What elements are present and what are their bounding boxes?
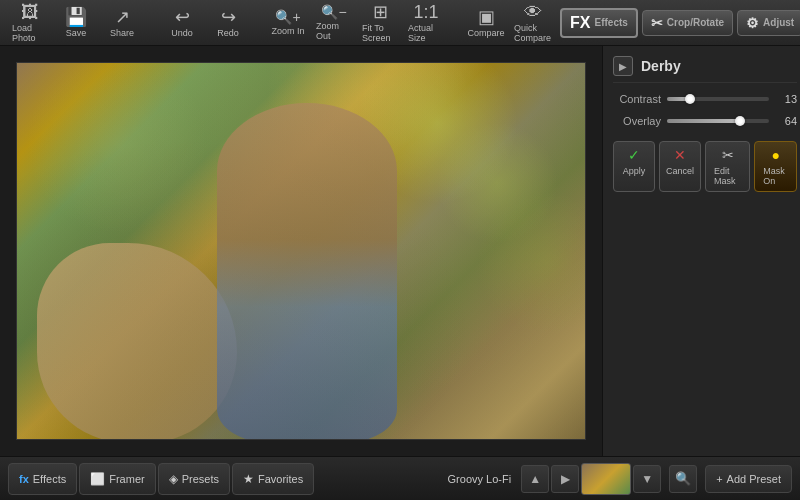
photo-frame — [16, 62, 586, 440]
zoom-in-icon: 🔍+ — [275, 10, 300, 24]
photo-area — [0, 46, 602, 456]
redo-icon: ↪ — [221, 8, 236, 26]
contrast-label: Contrast — [613, 93, 661, 105]
cancel-icon: ✕ — [674, 147, 686, 163]
adjust-icon: ⚙ — [746, 15, 759, 31]
favorites-button[interactable]: ★ Favorites — [232, 463, 314, 495]
fx-text: FX — [570, 14, 590, 32]
contrast-thumb[interactable] — [685, 94, 695, 104]
compare-icon: ▣ — [478, 8, 495, 26]
overlay-value: 64 — [775, 115, 797, 127]
quick-compare-icon: 👁 — [524, 3, 542, 21]
action-buttons: ✓ Apply ✕ Cancel ✂ Edit Mask ● Mask On — [613, 141, 797, 192]
effects-button[interactable]: fx Effects — [8, 463, 77, 495]
compare-tools: ▣ Compare 👁 Quick Compare — [464, 3, 556, 43]
apply-icon: ✓ — [628, 147, 640, 163]
zoom-tools: 🔍+ Zoom In 🔍− Zoom Out ⊞ Fit To Screen 1… — [266, 3, 448, 43]
zoom-out-button[interactable]: 🔍− Zoom Out — [312, 3, 356, 43]
effects-icon: fx — [19, 473, 29, 485]
cancel-button[interactable]: ✕ Cancel — [659, 141, 701, 192]
play-button[interactable]: ▶ — [613, 56, 633, 76]
share-label: Share — [110, 28, 134, 38]
share-icon: ↗ — [115, 8, 130, 26]
edit-mask-label: Edit Mask — [714, 166, 741, 186]
fx-sub-label: Effects — [594, 17, 627, 28]
framer-label: Framer — [109, 473, 144, 485]
overlay-slider[interactable] — [667, 119, 769, 123]
right-panel: ▶ Derby Contrast 13 Overlay 64 ✓ — [602, 46, 800, 456]
presets-button[interactable]: ◈ Presets — [158, 463, 230, 495]
mask-on-button[interactable]: ● Mask On — [754, 141, 797, 192]
play-filmstrip-button[interactable]: ▶ — [551, 465, 579, 493]
panel-header: ▶ Derby — [613, 56, 797, 83]
load-photo-label: Load Photo — [12, 23, 48, 43]
favorites-icon: ★ — [243, 472, 254, 486]
bottom-toolbar: fx Effects ⬜ Framer ◈ Presets ★ Favorite… — [0, 456, 800, 500]
overlay-thumb[interactable] — [735, 116, 745, 126]
play-filmstrip-icon: ▶ — [561, 472, 570, 486]
load-icon: 🖼 — [21, 3, 39, 21]
framer-button[interactable]: ⬜ Framer — [79, 463, 155, 495]
add-preset-icon: + — [716, 473, 722, 485]
preset-name: Derby — [641, 58, 681, 74]
actual-size-label: Actual Size — [408, 23, 444, 43]
contrast-row: Contrast 13 — [613, 93, 797, 105]
film-strip-thumbnail[interactable] — [581, 463, 631, 495]
next-icon: ▼ — [641, 472, 653, 486]
zoom-out-icon: 🔍− — [321, 5, 346, 19]
search-button[interactable]: 🔍 — [669, 465, 697, 493]
prev-button[interactable]: ▲ — [521, 465, 549, 493]
file-tools: 🖼 Load Photo 💾 Save ↗ Share — [8, 3, 144, 43]
history-tools: ↩ Undo ↪ Redo — [160, 3, 250, 43]
apply-label: Apply — [623, 166, 646, 176]
adjust-button[interactable]: ⚙ Adjust — [737, 10, 800, 36]
load-photo-button[interactable]: 🖼 Load Photo — [8, 3, 52, 43]
mask-on-label: Mask On — [763, 166, 788, 186]
top-toolbar: 🖼 Load Photo 💾 Save ↗ Share ↩ Undo ↪ Red… — [0, 0, 800, 46]
quick-compare-label: Quick Compare — [514, 23, 552, 43]
edit-mask-button[interactable]: ✂ Edit Mask — [705, 141, 750, 192]
zoom-out-label: Zoom Out — [316, 21, 352, 41]
zoom-in-button[interactable]: 🔍+ Zoom In — [266, 3, 310, 43]
quick-compare-button[interactable]: 👁 Quick Compare — [510, 3, 556, 43]
prev-icon: ▲ — [529, 472, 541, 486]
mask-on-icon: ● — [771, 147, 779, 163]
save-button[interactable]: 💾 Save — [54, 3, 98, 43]
presets-label: Presets — [182, 473, 219, 485]
overlay-label: Overlay — [613, 115, 661, 127]
save-icon: 💾 — [65, 8, 87, 26]
undo-icon: ↩ — [175, 8, 190, 26]
fit-icon: ⊞ — [373, 3, 388, 21]
effects-label: Effects — [33, 473, 66, 485]
redo-label: Redo — [217, 28, 239, 38]
crop-label: Crop/Rotate — [667, 17, 724, 28]
current-preset-name: Groovy Lo-Fi — [440, 473, 520, 485]
add-preset-button[interactable]: + Add Preset — [705, 465, 792, 493]
compare-button[interactable]: ▣ Compare — [464, 3, 508, 43]
zoom-in-label: Zoom In — [271, 26, 304, 36]
add-preset-label: Add Preset — [727, 473, 781, 485]
crop-rotate-button[interactable]: ✂ Crop/Rotate — [642, 10, 733, 36]
actual-size-button[interactable]: 1:1 Actual Size — [404, 3, 448, 43]
contrast-slider[interactable] — [667, 97, 769, 101]
crop-icon: ✂ — [651, 15, 663, 31]
apply-button[interactable]: ✓ Apply — [613, 141, 655, 192]
contrast-value: 13 — [775, 93, 797, 105]
main-area: ▶ Derby Contrast 13 Overlay 64 ✓ — [0, 46, 800, 456]
next-button[interactable]: ▼ — [633, 465, 661, 493]
fit-screen-button[interactable]: ⊞ Fit To Screen — [358, 3, 402, 43]
framer-icon: ⬜ — [90, 472, 105, 486]
redo-button[interactable]: ↪ Redo — [206, 3, 250, 43]
play-icon: ▶ — [619, 61, 627, 72]
undo-label: Undo — [171, 28, 193, 38]
share-button[interactable]: ↗ Share — [100, 3, 144, 43]
fx-effects-button[interactable]: FX Effects — [560, 8, 638, 38]
favorites-label: Favorites — [258, 473, 303, 485]
actual-size-icon: 1:1 — [413, 3, 438, 21]
save-label: Save — [66, 28, 87, 38]
search-icon: 🔍 — [675, 471, 691, 486]
presets-icon: ◈ — [169, 472, 178, 486]
fit-label: Fit To Screen — [362, 23, 398, 43]
undo-button[interactable]: ↩ Undo — [160, 3, 204, 43]
adjust-label: Adjust — [763, 17, 794, 28]
